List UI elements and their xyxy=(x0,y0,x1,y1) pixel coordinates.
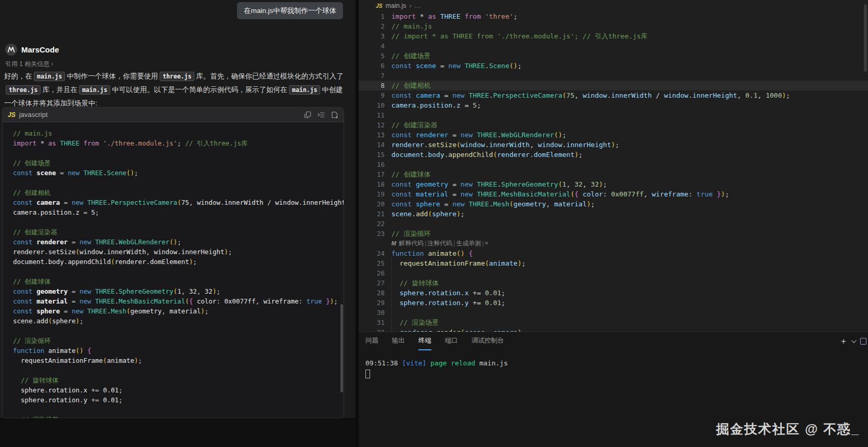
codelens-action[interactable]: 注释代码 xyxy=(427,239,452,248)
code-line: sphere.rotation.x += 0.01; xyxy=(13,385,344,395)
editor-line: 28 sphere.rotation.x += 0.01; xyxy=(359,288,868,298)
editor-line: 30 xyxy=(359,308,868,318)
codelens-action[interactable]: 解释代码 xyxy=(399,239,424,248)
user-message-bubble: 在main.js中帮我制作一个球体 xyxy=(237,2,343,19)
editor-line: 11 xyxy=(359,110,868,120)
line-number: 6 xyxy=(359,61,385,71)
line-number: 28 xyxy=(359,288,385,298)
code-line: requestAnimationFrame(animate); xyxy=(13,356,344,365)
chevron-down-icon[interactable] xyxy=(851,338,857,343)
code-line: // 创建渲染器 xyxy=(13,227,344,237)
editor-line: 2// main.js xyxy=(359,21,868,31)
line-number: 1 xyxy=(359,11,385,21)
editor-line: 8// 创建相机 xyxy=(359,81,868,90)
code-line xyxy=(13,365,344,375)
paragraph-text: 中制作一个球体，你需要使用 xyxy=(67,72,158,80)
insert-new-file-icon[interactable] xyxy=(331,111,338,119)
breadcrumb-file[interactable]: main.js xyxy=(386,2,406,9)
line-number: 31 xyxy=(359,318,385,327)
code-block-header: JS javascript xyxy=(3,108,344,122)
chevron-right-icon: › xyxy=(409,2,411,9)
line-number: 9 xyxy=(359,90,385,100)
panel-tab[interactable]: 调试控制台 xyxy=(471,336,504,350)
editor-line: 14renderer.setSize(window.innerWidth, wi… xyxy=(359,140,868,150)
inline-code-chip: three.js xyxy=(160,72,194,81)
code-line xyxy=(13,326,344,336)
line-number: 7 xyxy=(359,71,385,81)
line-number: 26 xyxy=(359,268,385,278)
js-badge: JS xyxy=(8,111,16,119)
codelens-close-icon[interactable]: × xyxy=(485,239,489,248)
marscode-logo-icon: M xyxy=(391,239,396,248)
code-line: // 创建场景 xyxy=(13,158,344,168)
panel-tab[interactable]: 终端 xyxy=(418,336,431,350)
code-line: // 渲染场景 xyxy=(13,415,344,418)
code-line: const camera = new THREE.PerspectiveCame… xyxy=(13,198,344,207)
codelens-action[interactable]: 生成单测 xyxy=(456,239,481,248)
terminal-output-line: 09:51:38 [vite] page reload main.js xyxy=(365,359,508,367)
breadcrumb[interactable]: JS main.js › … xyxy=(359,0,868,11)
line-number: 17 xyxy=(359,169,385,179)
code-line: // 创建相机 xyxy=(13,188,344,198)
editor-line: 19const material = new THREE.MeshBasicMa… xyxy=(359,189,868,199)
line-number: 24 xyxy=(359,248,385,258)
line-number: 5 xyxy=(359,51,385,61)
line-number: 32 xyxy=(359,327,385,332)
line-number: 23 xyxy=(359,229,385,239)
editor-lines: 1import * as THREE from 'three';2// main… xyxy=(359,11,868,332)
editor-line: 32 renderer.render(scene, camera); xyxy=(359,327,868,332)
editor-line: 9const camera = new THREE.PerspectiveCam… xyxy=(359,90,868,100)
js-file-icon: JS xyxy=(376,3,383,9)
editor-line: 20const sphere = new THREE.Mesh(geometry… xyxy=(359,199,868,209)
editor-scrollbar[interactable] xyxy=(864,4,867,72)
panel-tabs: 问题输出终端端口调试控制台 xyxy=(365,336,504,350)
assistant-paragraph: 好的，在main.js中制作一个球体，你需要使用three.js库。首先，确保你… xyxy=(4,70,347,110)
editor-line: 3// import * as THREE from './three.modu… xyxy=(359,31,868,41)
panel-tab[interactable]: 端口 xyxy=(445,336,458,350)
line-number: 3 xyxy=(359,31,385,41)
code-line: scene.add(sphere); xyxy=(13,316,344,326)
line-number: 13 xyxy=(359,130,385,140)
insert-code-icon[interactable] xyxy=(318,111,325,119)
code-line xyxy=(13,405,344,415)
new-terminal-button[interactable]: + xyxy=(841,337,846,346)
code-line: // 旋转球体 xyxy=(13,375,344,385)
panel-actions: + xyxy=(841,335,868,347)
code-editor[interactable]: JS main.js › … 1import * as THREE from '… xyxy=(359,0,868,332)
line-number: 20 xyxy=(359,199,385,209)
panel-tab[interactable]: 问题 xyxy=(365,336,378,350)
line-number: 18 xyxy=(359,179,385,189)
code-line: // main.js xyxy=(13,128,344,138)
citation-link[interactable]: 引用 1 相关信息› xyxy=(5,60,54,69)
code-line: const renderer = new THREE.WebGLRenderer… xyxy=(13,237,344,247)
code-line: function animate() { xyxy=(13,346,344,356)
breadcrumb-more[interactable]: … xyxy=(415,2,422,9)
chat-scrollbar[interactable] xyxy=(340,304,343,392)
line-number: 25 xyxy=(359,258,385,268)
code-line: import * as THREE from './three.module.j… xyxy=(13,138,344,148)
editor-line: 17// 创建球体 xyxy=(359,169,868,179)
code-line: camera.position.z = 5; xyxy=(13,207,344,217)
code-line: sphere.rotation.y += 0.01; xyxy=(13,395,344,405)
split-terminal-icon[interactable] xyxy=(860,338,866,345)
editor-line: 5// 创建场景 xyxy=(359,51,868,61)
editor-line: 26 xyxy=(359,268,868,278)
paragraph-text: 好的，在 xyxy=(4,72,32,80)
editor-line: 7 xyxy=(359,71,868,81)
inline-codelens: M解释代码|注释代码|生成单测|× xyxy=(359,239,868,248)
code-block-content: // main.jsimport * as THREE from './thre… xyxy=(3,122,344,418)
assistant-name: MarsCode xyxy=(21,45,59,54)
code-line: const sphere = new THREE.Mesh(geometry, … xyxy=(13,306,344,316)
code-line: const scene = new THREE.Scene(); xyxy=(13,168,344,178)
panel-tab[interactable]: 输出 xyxy=(392,336,405,350)
copy-icon[interactable] xyxy=(304,111,311,119)
chat-code-block: JS javascript // main.jsimport * as THRE… xyxy=(2,107,344,418)
inline-code-chip: main.js xyxy=(289,85,320,95)
editor-line: 6const scene = new THREE.Scene(); xyxy=(359,61,868,71)
code-line xyxy=(13,178,344,188)
line-number: 2 xyxy=(359,21,385,31)
paragraph-text: 库，并且在 xyxy=(42,86,77,94)
paragraph-text: 中可以使用。以下是一个简单的示例代码，展示了如何在 xyxy=(112,86,287,94)
indent-guide xyxy=(391,258,392,332)
editor-line: 12// 创建渲染器 xyxy=(359,120,868,130)
